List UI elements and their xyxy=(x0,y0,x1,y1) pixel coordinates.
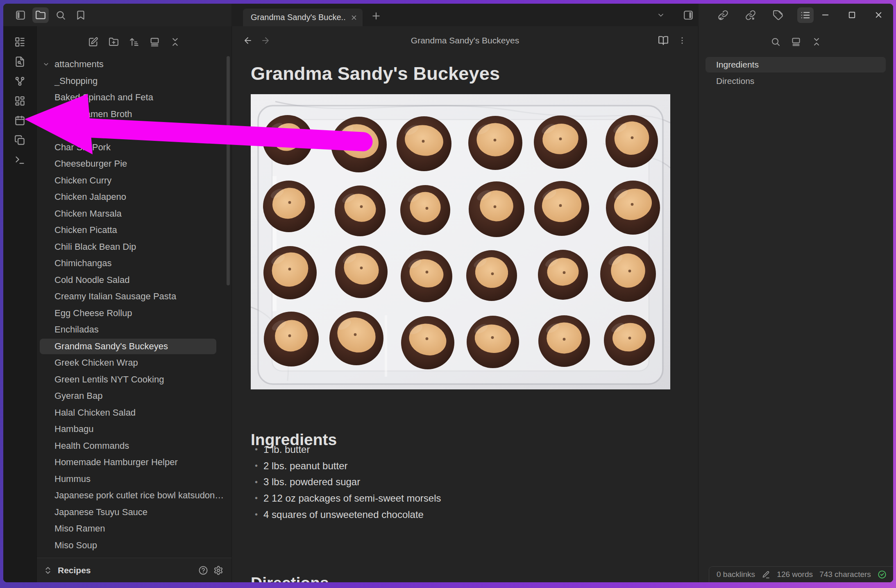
titlebar-main: Grandma Sandy's Bucke... xyxy=(231,4,699,26)
layout-list-icon[interactable] xyxy=(14,36,25,47)
folder-row[interactable]: attachments xyxy=(37,56,231,73)
left-sidebar-toggle-button[interactable] xyxy=(12,7,29,23)
outgoing-links-icon xyxy=(745,10,756,20)
file-row[interactable]: Japanese Tsuyu Sauce xyxy=(37,504,231,521)
view-header-title: Grandma Sandy's Buckeyes xyxy=(232,26,698,55)
chevron-down-icon[interactable] xyxy=(43,61,50,68)
file-row[interactable]: Enchiladas xyxy=(37,321,231,338)
new-folder-icon[interactable] xyxy=(109,37,119,47)
file-row-label: Hummus xyxy=(54,474,91,484)
file-row[interactable]: Egg Cheese Rollup xyxy=(37,305,231,322)
file-list-scrollbar[interactable] xyxy=(227,56,230,285)
file-row-label: Green Lentils NYT Cooking xyxy=(54,374,164,385)
vault-switcher-icon[interactable] xyxy=(43,566,52,575)
file-row[interactable]: Nikujaga with Pork Broth xyxy=(37,554,231,558)
file-row[interactable]: Chicken Curry xyxy=(37,172,231,189)
file-row[interactable]: Baked Spinach and Feta xyxy=(37,89,231,106)
sync-status-icon[interactable] xyxy=(878,570,887,579)
file-row[interactable]: Chimichangas xyxy=(37,255,231,272)
file-row[interactable]: Homemade Hamburger Helper xyxy=(37,454,231,471)
file-row[interactable]: Hummus xyxy=(37,471,231,488)
file-row-label: Creamy Italian Sausage Pasta xyxy=(54,291,176,302)
tab-list-icon xyxy=(657,11,665,19)
file-row-label: Halal Chicken Salad xyxy=(54,407,136,418)
outline-item-directions[interactable]: Directions xyxy=(699,73,893,89)
minimize-icon[interactable] xyxy=(821,10,830,20)
file-row-label: Egg Cheese Rollup xyxy=(54,308,132,319)
graph-view-icon[interactable] xyxy=(14,76,25,87)
file-row[interactable]: _Shopping xyxy=(37,73,231,90)
right-sidebar-toggle-icon xyxy=(683,10,694,20)
outline-pane: IngredientsDirections xyxy=(699,26,893,582)
tab-title: Grandma Sandy's Bucke... xyxy=(251,13,346,22)
terminal-icon[interactable] xyxy=(14,154,25,165)
maximize-icon[interactable] xyxy=(847,10,857,20)
file-row[interactable]: Gyeran Bap xyxy=(37,388,231,405)
outline-item-ingredients[interactable]: Ingredients xyxy=(699,57,893,73)
file-row[interactable]: Miso Soup xyxy=(37,537,231,554)
bookmarks-button[interactable] xyxy=(73,7,89,23)
reading-mode-icon[interactable] xyxy=(658,35,669,46)
outline-item-label: Directions xyxy=(716,76,754,86)
file-row-label: Chimichangas xyxy=(54,258,111,269)
file-row[interactable]: Greek Chicken Wrap xyxy=(37,355,231,371)
layout-icon[interactable] xyxy=(791,37,801,47)
more-options-icon[interactable] xyxy=(678,36,687,45)
file-row[interactable]: Basic Ramen Broth xyxy=(37,106,231,123)
backlinks-button[interactable] xyxy=(715,7,731,23)
file-row[interactable]: Char Siu Pork xyxy=(37,139,231,156)
tags-button[interactable] xyxy=(770,7,786,23)
file-row-label: Char Siu Pork xyxy=(54,142,111,153)
help-icon[interactable] xyxy=(198,565,208,575)
dashboard-icon[interactable] xyxy=(14,95,25,106)
file-search-icon[interactable] xyxy=(14,56,25,67)
outline-list: IngredientsDirections xyxy=(699,57,893,89)
file-row[interactable]: Chicken Marsala xyxy=(37,206,231,222)
search-button[interactable] xyxy=(52,7,69,23)
file-row[interactable]: Chicken Jalapeno xyxy=(37,189,231,206)
file-row[interactable]: Halal Chicken Salad xyxy=(37,405,231,421)
sort-order-icon[interactable] xyxy=(129,37,139,47)
file-row[interactable]: Miso Ramen xyxy=(37,520,231,537)
settings-icon[interactable] xyxy=(213,565,223,575)
search-icon[interactable] xyxy=(771,37,780,47)
ingredient-text: 2 lbs. peanut butter xyxy=(263,460,347,472)
file-row-label: Basic Ramen Broth xyxy=(54,109,132,120)
note-title: Grandma Sandy's Buckeyes xyxy=(251,63,500,84)
file-row-label: attachments xyxy=(54,59,104,70)
copy-icon[interactable] xyxy=(14,135,25,146)
vault-name[interactable]: Recipes xyxy=(58,565,193,575)
new-tab-button[interactable] xyxy=(371,11,381,21)
edit-mode-icon[interactable] xyxy=(762,570,770,579)
file-row[interactable]: Creamy Italian Sausage Pasta xyxy=(37,288,231,305)
ingredients-list: 1 lb. butter2 lbs. peanut butter3 lbs. p… xyxy=(251,441,670,522)
collapse-all-icon[interactable] xyxy=(812,37,821,47)
file-row[interactable]: Cheeseburger Pie xyxy=(37,156,231,172)
outgoing-links-button[interactable] xyxy=(742,7,759,23)
collapse-all-icon[interactable] xyxy=(170,37,180,47)
file-row[interactable]: Japanese pork cutlet rice bowl katsudon… xyxy=(37,487,231,504)
tab-close-icon[interactable] xyxy=(350,14,358,21)
outline-button[interactable] xyxy=(797,7,814,23)
layout-icon[interactable] xyxy=(150,37,160,47)
file-row[interactable]: Chicken Picatta xyxy=(37,222,231,239)
file-row-label: Cold Noodle Salad xyxy=(54,275,129,285)
file-row-label: Chicken Picatta xyxy=(54,225,117,235)
file-row[interactable]: Grandma Sandy's Buckeyes xyxy=(37,338,231,355)
calendar-icon[interactable] xyxy=(14,115,25,126)
file-row[interactable] xyxy=(37,122,231,139)
new-note-icon[interactable] xyxy=(88,37,98,47)
ribbon xyxy=(3,26,37,582)
tab-grandma-sandys-buckeyes[interactable]: Grandma Sandy's Bucke... xyxy=(243,9,363,26)
file-row[interactable]: Health Commands xyxy=(37,438,231,455)
files-button[interactable] xyxy=(32,7,49,23)
file-row[interactable]: Cold Noodle Salad xyxy=(37,272,231,289)
backlinks-count[interactable]: 0 backlinks xyxy=(717,570,755,579)
tab-list-button[interactable] xyxy=(653,7,669,23)
file-row[interactable]: Green Lentils NYT Cooking xyxy=(37,371,231,388)
right-sidebar-toggle-button[interactable] xyxy=(680,7,696,23)
file-row-label: Chili Black Bean Dip xyxy=(54,242,136,252)
file-row[interactable]: Chili Black Bean Dip xyxy=(37,239,231,256)
close-icon[interactable] xyxy=(874,10,883,20)
file-row[interactable]: Hambagu xyxy=(37,421,231,438)
